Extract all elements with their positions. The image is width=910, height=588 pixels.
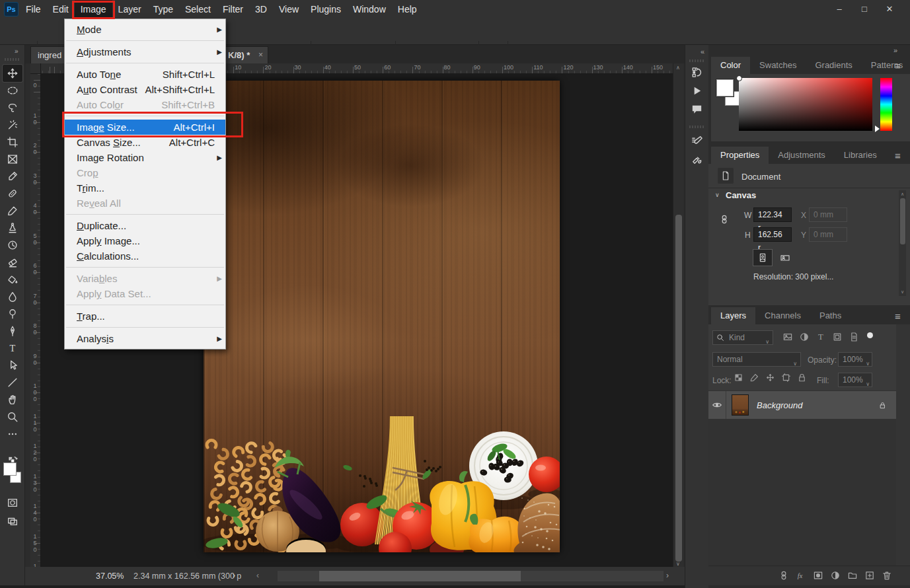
canvas-section-label[interactable]: Canvas xyxy=(726,190,756,200)
menubar-item-file[interactable]: File xyxy=(20,0,47,18)
tool-hand[interactable] xyxy=(3,391,22,408)
tool-blur[interactable] xyxy=(3,288,22,305)
tool-elliptical-marquee[interactable] xyxy=(3,82,22,99)
lock-position-icon[interactable] xyxy=(765,373,775,383)
lock-transparency-icon[interactable] xyxy=(734,373,743,383)
status-collapse-icon[interactable]: ‹ xyxy=(256,571,259,580)
filter-smart-object-icon[interactable] xyxy=(849,332,859,342)
height-field[interactable]: 162.56 r xyxy=(753,227,792,242)
layer-name[interactable]: Background xyxy=(757,400,802,410)
panel-icon-comments[interactable] xyxy=(691,103,703,116)
menu-item-canvas-size[interactable]: Canvas Size...Alt+Ctrl+C xyxy=(65,135,225,150)
tool-brush[interactable] xyxy=(3,202,22,219)
link-icon[interactable] xyxy=(778,570,789,581)
layers-tab-layers[interactable]: Layers xyxy=(711,307,755,324)
quick-mask-icon[interactable] xyxy=(3,494,22,511)
minimize-button[interactable]: – xyxy=(828,0,851,17)
group-icon[interactable] xyxy=(847,570,858,581)
color-tab-gradients[interactable]: Gradients xyxy=(806,57,861,74)
tool-move[interactable] xyxy=(3,65,22,82)
close-button[interactable]: ✕ xyxy=(878,0,901,17)
scroll-down-icon[interactable]: ∨ xyxy=(676,561,680,567)
panel-icon-tool-presets[interactable] xyxy=(691,153,703,166)
new-layer-icon[interactable] xyxy=(864,570,875,581)
filter-adjustment-icon[interactable] xyxy=(799,332,810,342)
menubar-item-plugins[interactable]: Plugins xyxy=(305,0,347,18)
filter-toggle-icon[interactable] xyxy=(867,332,873,338)
properties-tab-properties[interactable]: Properties xyxy=(711,147,769,164)
properties-tab-adjustments[interactable]: Adjustments xyxy=(769,147,835,164)
lock-artboard-icon[interactable] xyxy=(781,373,791,383)
layer-thumbnail[interactable] xyxy=(732,394,749,416)
menu-item-trap[interactable]: Trap... xyxy=(65,309,225,324)
tool-pen[interactable] xyxy=(3,322,22,340)
layer-visibility-eye-icon[interactable] xyxy=(708,400,726,410)
expand-panels-icon[interactable]: » xyxy=(893,46,897,54)
horizontal-scrollbar[interactable] xyxy=(278,571,664,581)
tool-frame[interactable] xyxy=(3,151,22,168)
menubar-item-image[interactable]: Image xyxy=(75,0,112,18)
menubar-item-select[interactable]: Select xyxy=(179,0,217,18)
lock-pixels-icon[interactable] xyxy=(749,373,759,383)
tool-clone-stamp[interactable] xyxy=(3,219,22,237)
edit-toolbar-icon[interactable] xyxy=(3,425,22,443)
tool-eraser[interactable] xyxy=(3,254,22,271)
tool-eyedropper[interactable] xyxy=(3,168,22,185)
status-expand-icon[interactable]: › xyxy=(233,571,235,580)
foreground-color-swatch[interactable] xyxy=(3,462,17,476)
tool-zoom[interactable] xyxy=(3,408,22,425)
horizontal-scroll-thumb[interactable] xyxy=(319,571,521,581)
menubar-item-3d[interactable]: 3D xyxy=(249,0,273,18)
tool-crop[interactable] xyxy=(3,133,22,151)
hue-slider[interactable] xyxy=(880,78,892,131)
properties-tab-libraries[interactable]: Libraries xyxy=(835,147,886,164)
menubar-item-window[interactable]: Window xyxy=(347,0,392,18)
expand-toolbar-icon[interactable]: » xyxy=(15,48,19,55)
layer-filter-select[interactable]: Kind ∨ xyxy=(712,330,773,345)
tool-object-selection[interactable] xyxy=(3,116,22,133)
scroll-right-icon[interactable]: › xyxy=(666,571,669,580)
color-tab-patterns[interactable]: Patterns xyxy=(862,57,910,74)
tool-lasso[interactable] xyxy=(3,99,22,116)
filter-type-icon[interactable]: T xyxy=(815,332,826,342)
filter-shape-icon[interactable] xyxy=(832,332,843,342)
opacity-field[interactable]: 100% ∨ xyxy=(838,352,872,367)
link-dimensions-icon[interactable] xyxy=(719,214,730,225)
blend-mode-select[interactable]: Normal ∨ xyxy=(712,352,801,367)
maximize-button[interactable]: □ xyxy=(853,0,876,17)
color-field[interactable] xyxy=(739,78,872,131)
menubar-item-type[interactable]: Type xyxy=(147,0,179,18)
panel-icon-brush-settings[interactable] xyxy=(691,135,703,147)
tool-line[interactable] xyxy=(3,374,22,391)
menu-item-analysis[interactable]: Analysis▶ xyxy=(65,331,225,346)
filter-image-icon[interactable] xyxy=(782,332,793,342)
menu-item-trim[interactable]: Trim... xyxy=(65,180,225,196)
layer-row-background[interactable]: Background xyxy=(708,391,896,419)
menubar-item-layer[interactable]: Layer xyxy=(112,0,147,18)
tool-spot-healing[interactable] xyxy=(3,185,22,202)
properties-scrollbar[interactable]: ∧ ∨ xyxy=(899,190,906,296)
menu-item-auto-tone[interactable]: Auto ToneShift+Ctrl+L xyxy=(65,67,225,82)
tool-path-selection[interactable] xyxy=(3,357,22,374)
scroll-up-icon[interactable]: ∧ xyxy=(676,65,680,71)
delete-icon[interactable] xyxy=(882,570,892,581)
tool-history-brush[interactable] xyxy=(3,237,22,254)
color-tab-color[interactable]: Color xyxy=(711,57,750,74)
lock-all-icon[interactable] xyxy=(797,373,807,383)
vertical-scroll-thumb[interactable] xyxy=(675,215,682,562)
vertical-scrollbar[interactable]: ∧ ∨ xyxy=(673,63,683,568)
tool-type[interactable]: T xyxy=(3,340,22,357)
menu-item-image-size[interactable]: Image Size...Alt+Ctrl+I xyxy=(65,120,225,135)
menubar-item-view[interactable]: View xyxy=(273,0,305,18)
menu-item-calculations[interactable]: Calculations... xyxy=(65,248,225,264)
panel-icon-actions[interactable] xyxy=(691,85,703,97)
menubar-item-help[interactable]: Help xyxy=(392,0,423,18)
landscape-orientation-button[interactable] xyxy=(776,250,794,266)
width-field[interactable]: 122.34 r xyxy=(753,207,792,222)
menu-item-adjustments[interactable]: Adjustments▶ xyxy=(65,44,225,59)
hue-slider-arrow-icon[interactable] xyxy=(875,126,880,132)
color-tab-swatches[interactable]: Swatches xyxy=(750,57,806,74)
tool-paint-bucket[interactable] xyxy=(3,271,22,288)
fill-field[interactable]: 100% ∨ xyxy=(838,373,872,387)
adjustment-icon[interactable] xyxy=(830,570,841,581)
